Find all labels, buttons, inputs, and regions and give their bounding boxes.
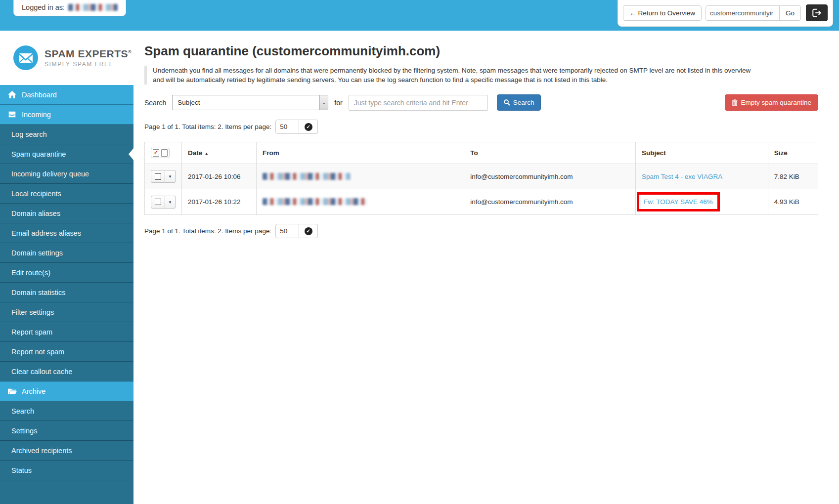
check-circle-icon: ✓ bbox=[305, 123, 312, 131]
home-icon bbox=[7, 90, 17, 99]
sidebar-item-archive[interactable]: Archive bbox=[0, 381, 133, 401]
sidebar: SPAM EXPERTS® SIMPLY SPAM FREE Dashboard… bbox=[0, 31, 133, 504]
search-controls: Search Subject ⌄ for Search bbox=[144, 94, 818, 111]
for-label: for bbox=[334, 99, 342, 107]
page-description: Underneath you find all messages for all… bbox=[144, 66, 751, 84]
row-date: 2017-01-26 10:06 bbox=[182, 164, 257, 189]
select-all-icon[interactable]: ✓ bbox=[153, 149, 159, 157]
return-to-overview-button[interactable]: ←Return to Overview bbox=[623, 5, 702, 21]
sidebar-item-report-spam[interactable]: Report spam bbox=[0, 322, 133, 342]
search-icon bbox=[504, 99, 510, 106]
search-criteria-input[interactable] bbox=[349, 95, 488, 111]
top-right-controls: ←Return to Overview Go bbox=[618, 0, 833, 27]
logout-button[interactable] bbox=[806, 4, 828, 21]
sidebar-item-archived-recipients[interactable]: Archived recipients bbox=[0, 441, 133, 461]
sidebar-item-email-address-aliases[interactable]: Email address aliases bbox=[0, 223, 133, 243]
subject-link[interactable]: Fw: TODAY SAVE 46% bbox=[644, 198, 713, 206]
pagination-bottom: Page 1 of 1. Total items: 2. Items per p… bbox=[144, 224, 818, 238]
column-header-from[interactable]: From bbox=[257, 142, 464, 164]
empty-spam-quarantine-button[interactable]: Empty spam quarantine bbox=[725, 94, 818, 111]
checkbox-icon bbox=[155, 199, 161, 205]
pagination-text: Page 1 of 1. Total items: 2. Items per p… bbox=[144, 227, 271, 235]
spamexperts-envelope-icon bbox=[13, 45, 39, 71]
top-bar: Logged in as: ←Return to Overview Go bbox=[0, 0, 839, 31]
search-field-select[interactable]: Subject ⌄ bbox=[172, 95, 328, 110]
trash-icon bbox=[732, 99, 738, 106]
domain-search-input[interactable] bbox=[706, 5, 780, 21]
quarantine-table: ✓ Date▲ From To Subject Size bbox=[144, 142, 818, 215]
row-to: info@customercommunityimh.com bbox=[464, 164, 636, 189]
row-subject: Fw: TODAY SAVE 46% bbox=[635, 189, 768, 215]
caret-down-icon: ▾ bbox=[169, 200, 172, 205]
row-to: info@customercommunityimh.com bbox=[464, 189, 636, 215]
sidebar-item-report-not-spam[interactable]: Report not spam bbox=[0, 342, 133, 362]
deselect-all-icon[interactable] bbox=[161, 149, 168, 157]
row-checkbox[interactable] bbox=[151, 170, 165, 183]
row-from bbox=[257, 189, 464, 215]
column-header-to[interactable]: To bbox=[464, 142, 636, 164]
items-per-page-input[interactable] bbox=[275, 120, 299, 134]
table-row: ▾ 2017-01-26 10:06 info@customercommunit… bbox=[145, 164, 818, 189]
brand-title: SPAM EXPERTS® bbox=[44, 48, 132, 60]
sidebar-item-spam-quarantine[interactable]: Spam quarantine bbox=[0, 144, 133, 164]
brand-logo: SPAM EXPERTS® SIMPLY SPAM FREE bbox=[0, 31, 133, 85]
row-select-cell: ▾ bbox=[145, 189, 182, 215]
from-address-redacted bbox=[263, 173, 351, 180]
sidebar-menu: Dashboard Incoming Log search Spam quara… bbox=[0, 85, 133, 491]
inbox-icon bbox=[7, 110, 17, 119]
column-header-subject[interactable]: Subject bbox=[635, 142, 768, 164]
row-actions-dropdown[interactable]: ▾ bbox=[165, 170, 176, 183]
search-button[interactable]: Search bbox=[497, 94, 541, 111]
chevron-down-icon: ⌄ bbox=[319, 95, 328, 110]
sidebar-item-dashboard[interactable]: Dashboard bbox=[0, 85, 133, 105]
sidebar-item-local-recipients[interactable]: Local recipients bbox=[0, 184, 133, 204]
sidebar-item-settings[interactable]: Settings bbox=[0, 421, 133, 441]
column-header-date[interactable]: Date▲ bbox=[182, 142, 257, 164]
sidebar-item-partial bbox=[0, 480, 133, 491]
row-select-cell: ▾ bbox=[145, 164, 182, 189]
check-circle-icon: ✓ bbox=[305, 227, 312, 235]
pagination-text: Page 1 of 1. Total items: 2. Items per p… bbox=[144, 123, 271, 130]
apply-page-size-button[interactable]: ✓ bbox=[299, 120, 318, 134]
row-date: 2017-01-26 10:22 bbox=[182, 189, 257, 215]
sort-asc-icon: ▲ bbox=[204, 151, 209, 156]
logged-in-box: Logged in as: bbox=[13, 0, 126, 16]
checkbox-icon bbox=[155, 173, 161, 180]
row-subject: Spam Test 4 - exe VIAGRA bbox=[635, 164, 768, 189]
left-arrow-icon: ← bbox=[629, 9, 636, 17]
sidebar-item-incoming-delivery-queue[interactable]: Incoming delivery queue bbox=[0, 164, 133, 184]
brand-tagline: SIMPLY SPAM FREE bbox=[44, 61, 132, 68]
sidebar-item-edit-routes[interactable]: Edit route(s) bbox=[0, 263, 133, 283]
sidebar-item-search[interactable]: Search bbox=[0, 401, 133, 421]
row-checkbox[interactable] bbox=[151, 196, 165, 209]
pagination-top: Page 1 of 1. Total items: 2. Items per p… bbox=[144, 120, 818, 134]
logged-in-label: Logged in as: bbox=[22, 3, 65, 11]
row-size: 4.93 KiB bbox=[768, 189, 818, 215]
go-button[interactable]: Go bbox=[779, 5, 801, 21]
sidebar-item-filter-settings[interactable]: Filter settings bbox=[0, 302, 133, 322]
select-column-header: ✓ bbox=[145, 142, 182, 164]
sidebar-item-incoming[interactable]: Incoming bbox=[0, 105, 133, 125]
main-content: Spam quarantine (customercommunityimh.co… bbox=[133, 31, 839, 504]
annotation-highlight-box: Fw: TODAY SAVE 46% bbox=[637, 192, 720, 211]
apply-page-size-button[interactable]: ✓ bbox=[299, 224, 318, 238]
logged-in-user-redacted bbox=[68, 4, 118, 11]
table-row: ▾ 2017-01-26 10:22 info@customercommunit… bbox=[145, 189, 818, 215]
sidebar-item-clear-callout-cache[interactable]: Clear callout cache bbox=[0, 362, 133, 381]
column-header-size[interactable]: Size bbox=[768, 142, 818, 164]
from-address-redacted bbox=[263, 198, 367, 205]
row-from bbox=[257, 164, 464, 189]
sidebar-item-log-search[interactable]: Log search bbox=[0, 125, 133, 144]
folder-icon bbox=[7, 387, 17, 395]
caret-down-icon: ▾ bbox=[169, 174, 172, 179]
row-actions-dropdown[interactable]: ▾ bbox=[165, 196, 176, 209]
table-header-row: ✓ Date▲ From To Subject Size bbox=[145, 142, 818, 164]
sidebar-item-domain-settings[interactable]: Domain settings bbox=[0, 243, 133, 263]
page-title: Spam quarantine (customercommunityimh.co… bbox=[144, 43, 818, 59]
sidebar-item-status[interactable]: Status bbox=[0, 461, 133, 480]
subject-link[interactable]: Spam Test 4 - exe VIAGRA bbox=[642, 173, 722, 180]
logout-icon bbox=[811, 8, 822, 18]
sidebar-item-domain-statistics[interactable]: Domain statistics bbox=[0, 283, 133, 302]
items-per-page-input[interactable] bbox=[275, 224, 299, 238]
sidebar-item-domain-aliases[interactable]: Domain aliases bbox=[0, 204, 133, 223]
